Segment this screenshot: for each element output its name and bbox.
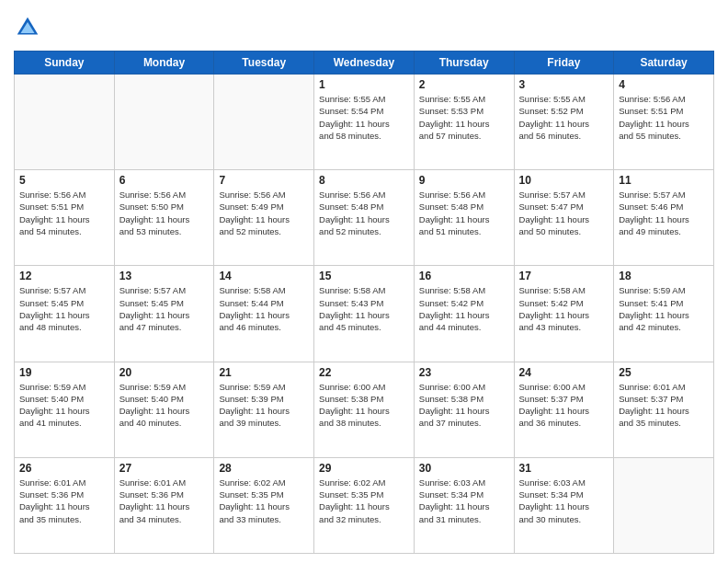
calendar-week-row: 1Sunrise: 5:55 AMSunset: 5:54 PMDaylight…: [15, 75, 714, 170]
calendar-cell: 9Sunrise: 5:56 AMSunset: 5:48 PMDaylight…: [414, 170, 514, 266]
day-info: Sunrise: 5:55 AMSunset: 5:52 PMDaylight:…: [519, 93, 609, 142]
weekday-header: Sunday: [15, 52, 115, 75]
day-number: 21: [219, 366, 309, 379]
calendar-cell: 24Sunrise: 6:00 AMSunset: 5:37 PMDayligh…: [514, 362, 614, 457]
calendar-cell: 28Sunrise: 6:02 AMSunset: 5:35 PMDayligh…: [214, 457, 314, 553]
day-info: Sunrise: 5:56 AMSunset: 5:50 PMDaylight:…: [119, 189, 210, 237]
day-number: 28: [219, 462, 309, 475]
day-info: Sunrise: 6:00 AMSunset: 5:37 PMDaylight:…: [519, 381, 609, 430]
day-info: Sunrise: 6:03 AMSunset: 5:34 PMDaylight:…: [419, 477, 509, 525]
day-number: 13: [119, 270, 210, 282]
day-number: 14: [219, 270, 309, 282]
day-info: Sunrise: 5:57 AMSunset: 5:45 PMDaylight:…: [119, 284, 210, 333]
day-number: 19: [19, 366, 109, 379]
day-number: 9: [419, 174, 509, 187]
weekday-header: Friday: [514, 52, 614, 75]
calendar-cell: 6Sunrise: 5:56 AMSunset: 5:50 PMDaylight…: [114, 170, 214, 266]
day-info: Sunrise: 6:00 AMSunset: 5:38 PMDaylight:…: [319, 381, 409, 430]
day-number: 4: [619, 78, 709, 91]
calendar-cell: 16Sunrise: 5:58 AMSunset: 5:42 PMDayligh…: [414, 266, 514, 362]
calendar-cell: 1Sunrise: 5:55 AMSunset: 5:54 PMDaylight…: [314, 75, 415, 170]
calendar-cell: 20Sunrise: 5:59 AMSunset: 5:40 PMDayligh…: [114, 362, 214, 457]
day-number: 25: [619, 366, 709, 379]
day-info: Sunrise: 5:57 AMSunset: 5:47 PMDaylight:…: [519, 189, 609, 237]
calendar-cell: 11Sunrise: 5:57 AMSunset: 5:46 PMDayligh…: [614, 170, 714, 266]
day-number: 16: [419, 270, 509, 282]
day-number: 15: [319, 270, 409, 282]
day-number: 18: [619, 270, 709, 282]
calendar-cell: [614, 457, 714, 553]
day-number: 6: [119, 174, 210, 187]
calendar-cell: 30Sunrise: 6:03 AMSunset: 5:34 PMDayligh…: [414, 457, 514, 553]
calendar-cell: 7Sunrise: 5:56 AMSunset: 5:49 PMDaylight…: [214, 170, 314, 266]
day-info: Sunrise: 5:58 AMSunset: 5:42 PMDaylight:…: [419, 284, 509, 333]
calendar-cell: 10Sunrise: 5:57 AMSunset: 5:47 PMDayligh…: [514, 170, 614, 266]
day-info: Sunrise: 5:57 AMSunset: 5:45 PMDaylight:…: [19, 284, 109, 333]
calendar-week-row: 19Sunrise: 5:59 AMSunset: 5:40 PMDayligh…: [15, 362, 714, 457]
calendar-cell: 3Sunrise: 5:55 AMSunset: 5:52 PMDaylight…: [514, 75, 614, 170]
calendar-cell: 5Sunrise: 5:56 AMSunset: 5:51 PMDaylight…: [15, 170, 115, 266]
day-info: Sunrise: 5:58 AMSunset: 5:44 PMDaylight:…: [219, 284, 309, 333]
weekday-header-row: SundayMondayTuesdayWednesdayThursdayFrid…: [15, 52, 714, 75]
day-number: 5: [19, 174, 109, 187]
day-number: 26: [19, 462, 109, 475]
day-info: Sunrise: 6:02 AMSunset: 5:35 PMDaylight:…: [319, 477, 409, 525]
day-number: 17: [519, 270, 609, 282]
logo: [14, 14, 46, 41]
calendar-cell: 23Sunrise: 6:00 AMSunset: 5:38 PMDayligh…: [414, 362, 514, 457]
calendar-cell: 22Sunrise: 6:00 AMSunset: 5:38 PMDayligh…: [314, 362, 415, 457]
calendar-cell: [214, 75, 314, 170]
day-number: 10: [519, 174, 609, 187]
weekday-header: Tuesday: [214, 52, 314, 75]
day-info: Sunrise: 6:01 AMSunset: 5:37 PMDaylight:…: [619, 381, 709, 430]
day-info: Sunrise: 5:55 AMSunset: 5:54 PMDaylight:…: [319, 93, 409, 142]
calendar-cell: 4Sunrise: 5:56 AMSunset: 5:51 PMDaylight…: [614, 75, 714, 170]
day-number: 8: [319, 174, 409, 187]
day-number: 20: [119, 366, 210, 379]
day-info: Sunrise: 5:56 AMSunset: 5:49 PMDaylight:…: [219, 189, 309, 237]
logo-icon: [14, 14, 41, 41]
day-number: 1: [319, 78, 409, 91]
day-info: Sunrise: 5:56 AMSunset: 5:51 PMDaylight:…: [19, 189, 109, 237]
calendar-cell: 25Sunrise: 6:01 AMSunset: 5:37 PMDayligh…: [614, 362, 714, 457]
day-info: Sunrise: 6:03 AMSunset: 5:34 PMDaylight:…: [519, 477, 609, 525]
calendar-cell: 13Sunrise: 5:57 AMSunset: 5:45 PMDayligh…: [114, 266, 214, 362]
day-info: Sunrise: 5:59 AMSunset: 5:39 PMDaylight:…: [219, 381, 309, 430]
weekday-header: Monday: [114, 52, 214, 75]
day-info: Sunrise: 5:56 AMSunset: 5:51 PMDaylight:…: [619, 93, 709, 142]
calendar-week-row: 12Sunrise: 5:57 AMSunset: 5:45 PMDayligh…: [15, 266, 714, 362]
calendar: SundayMondayTuesdayWednesdayThursdayFrid…: [14, 51, 714, 554]
day-number: 29: [319, 462, 409, 475]
calendar-cell: [15, 75, 115, 170]
calendar-cell: 17Sunrise: 5:58 AMSunset: 5:42 PMDayligh…: [514, 266, 614, 362]
day-info: Sunrise: 5:58 AMSunset: 5:42 PMDaylight:…: [519, 284, 609, 333]
calendar-cell: 15Sunrise: 5:58 AMSunset: 5:43 PMDayligh…: [314, 266, 415, 362]
calendar-cell: [114, 75, 214, 170]
day-number: 30: [419, 462, 509, 475]
day-number: 22: [319, 366, 409, 379]
calendar-cell: 21Sunrise: 5:59 AMSunset: 5:39 PMDayligh…: [214, 362, 314, 457]
weekday-header: Wednesday: [314, 52, 415, 75]
day-info: Sunrise: 5:56 AMSunset: 5:48 PMDaylight:…: [319, 189, 409, 237]
calendar-cell: 27Sunrise: 6:01 AMSunset: 5:36 PMDayligh…: [114, 457, 214, 553]
day-info: Sunrise: 6:02 AMSunset: 5:35 PMDaylight:…: [219, 477, 309, 525]
day-info: Sunrise: 5:55 AMSunset: 5:53 PMDaylight:…: [419, 93, 509, 142]
day-info: Sunrise: 5:59 AMSunset: 5:41 PMDaylight:…: [619, 284, 709, 333]
day-info: Sunrise: 5:57 AMSunset: 5:46 PMDaylight:…: [619, 189, 709, 237]
day-info: Sunrise: 6:00 AMSunset: 5:38 PMDaylight:…: [419, 381, 509, 430]
calendar-cell: 31Sunrise: 6:03 AMSunset: 5:34 PMDayligh…: [514, 457, 614, 553]
day-info: Sunrise: 5:56 AMSunset: 5:48 PMDaylight:…: [419, 189, 509, 237]
header: [14, 14, 714, 41]
day-number: 27: [119, 462, 210, 475]
day-number: 3: [519, 78, 609, 91]
calendar-cell: 14Sunrise: 5:58 AMSunset: 5:44 PMDayligh…: [214, 266, 314, 362]
day-info: Sunrise: 5:59 AMSunset: 5:40 PMDaylight:…: [19, 381, 109, 430]
day-info: Sunrise: 5:59 AMSunset: 5:40 PMDaylight:…: [119, 381, 210, 430]
calendar-cell: 18Sunrise: 5:59 AMSunset: 5:41 PMDayligh…: [614, 266, 714, 362]
day-number: 12: [19, 270, 109, 282]
calendar-week-row: 5Sunrise: 5:56 AMSunset: 5:51 PMDaylight…: [15, 170, 714, 266]
day-number: 2: [419, 78, 509, 91]
day-number: 11: [619, 174, 709, 187]
calendar-cell: 29Sunrise: 6:02 AMSunset: 5:35 PMDayligh…: [314, 457, 415, 553]
weekday-header: Saturday: [614, 52, 714, 75]
